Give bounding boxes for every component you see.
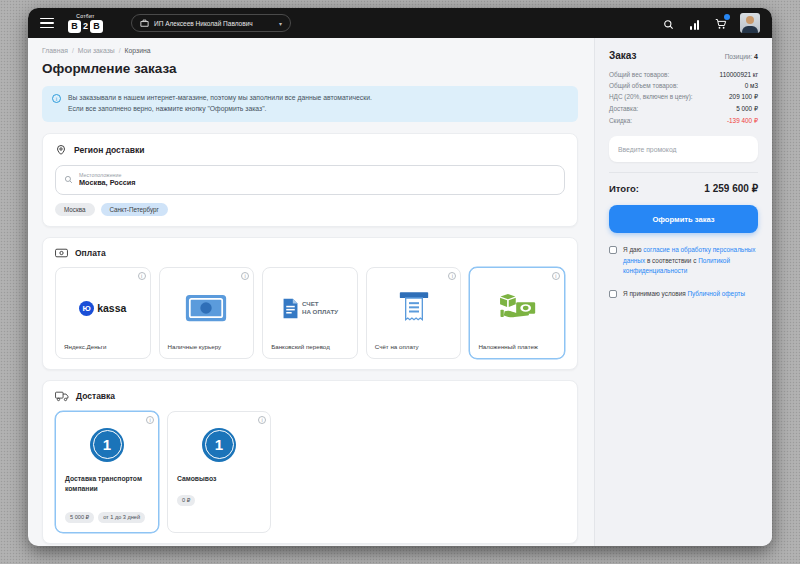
delivery-methods: i 1 Доставка транспортом компании 5 000 … [55,411,565,533]
region-title: Регион доставки [74,145,144,155]
order-summary-panel: Заказ Позиции: 4 Общий вес товаров: 1100… [594,38,772,546]
truck-icon [55,391,69,402]
receipt-icon [399,291,429,325]
payment-methods: i Ю kassa Яндекс.Деньги i [55,267,565,359]
header-actions [662,13,760,33]
info-icon[interactable]: i [258,416,266,424]
invoice-document-icon [282,298,299,319]
payment-card-yandex-money[interactable]: i Ю kassa Яндекс.Деньги [55,267,151,359]
info-icon[interactable]: i [146,416,154,424]
info-banner: i Вы заказывали в нашем интернет-магазин… [42,86,578,122]
info-banner-text: Вы заказывали в нашем интернет-магазине,… [68,93,372,115]
offer-text: Я принимаю условия Публичной оферты [623,289,745,300]
offer-checkbox[interactable] [609,290,617,298]
positions-count: Позиции: 4 [725,53,758,60]
banknote-icon [185,294,227,322]
info-icon[interactable]: i [241,272,249,280]
cart-badge [724,14,730,20]
consent-text: Я даю согласие на обработку персональных… [623,245,758,277]
location-input[interactable] [79,178,556,187]
location-pin-icon [55,144,67,156]
payment-card-cash-courier[interactable]: i Наличные курьеру [159,267,255,359]
region-section: Регион доставки Местоположение Москва Са… [42,133,578,227]
payment-label: Яндекс.Деньги [56,343,150,358]
submit-order-button[interactable]: Оформить заказ [609,205,758,233]
top-header: Сотбит B 2 B ИП Алексеев Николай Павлови… [28,8,772,38]
total-label: Итого: [609,183,639,194]
stats-icon[interactable] [688,17,701,30]
summary-row-delivery: Доставка: 5 000 ₽ [609,105,758,113]
menu-icon[interactable] [40,18,54,29]
payment-label: Наличные курьеру [160,343,254,358]
logo-brand-text: Сотбит [76,14,94,19]
delivery-card-pickup[interactable]: i 1 Самовывоз 0 ₽ [167,411,271,533]
payment-label: Банковский перевод [263,343,357,358]
chip-moscow[interactable]: Москва [55,203,95,216]
cash-on-delivery-icon [498,293,536,323]
payment-card-cash-on-delivery[interactable]: i [469,267,565,359]
summary-row-vat: НДС (20%, включен в цену): 209 100 ₽ [609,93,758,101]
invoice-icon-text: СЧЕТ НА ОПЛАТУ [302,300,338,317]
total-value: 1 259 600 ₽ [704,183,758,194]
payment-card-bank-transfer[interactable]: СЧЕТ НА ОПЛАТУ Банковский перевод [262,267,358,359]
order-summary-title: Заказ [609,50,637,61]
breadcrumb-home[interactable]: Главная [42,47,68,54]
delivery-price-chip: 0 ₽ [177,495,195,506]
payment-label: Счёт на оплату [367,343,461,358]
info-icon[interactable]: i [552,272,560,280]
offer-checkbox-row: Я принимаю условия Публичной оферты [609,289,758,300]
delivery-section: Доставка i 1 Доставка транспортом компан… [42,380,578,544]
public-offer-link[interactable]: Публичной оферты [687,290,745,297]
location-input-box[interactable]: Местоположение [55,165,565,195]
summary-row-weight: Общий вес товаров: 110000921 кг [609,71,758,78]
summary-row-volume: Общий объем товаров: 0 м3 [609,82,758,89]
consent-checkbox[interactable] [609,246,617,254]
page-title: Оформление заказа [42,61,578,76]
avatar[interactable] [740,13,760,33]
carrier-logo-icon: 1 [202,428,236,462]
logo-b2b: B 2 B [68,20,103,33]
payment-section: Оплата i Ю kassa Яндекс.Деньги i [42,237,578,370]
yookassa-logo-icon: Ю kassa [56,268,150,343]
info-icon[interactable]: i [138,272,146,280]
breadcrumb-my-orders[interactable]: Мои заказы [78,47,115,54]
delivery-label: Самовывоз [168,474,270,484]
money-icon [55,248,68,258]
app-window: Сотбит B 2 B ИП Алексеев Николай Павлови… [28,8,772,546]
delivery-title: Доставка [76,391,115,401]
payment-card-invoice[interactable]: i Счёт на оплату [366,267,462,359]
company-name: ИП Алексеев Николай Павлович [154,20,253,27]
total-row: Итого: 1 259 600 ₽ [609,172,758,194]
delivery-time-chip: от 1 до 3 дней [98,512,145,523]
carrier-logo-icon: 1 [90,428,124,462]
payment-title: Оплата [75,248,106,258]
search-icon[interactable] [662,17,675,30]
logo[interactable]: Сотбит B 2 B [68,14,103,33]
chevron-down-icon: ▾ [279,20,282,27]
main-column: Главная / Мои заказы / Корзина Оформлени… [28,38,594,546]
cart-icon[interactable] [714,17,727,30]
delivery-label: Доставка транспортом компании [56,474,158,494]
payment-label: Наложенный платеж [470,343,564,358]
region-chips: Москва Санкт-Петербург [55,203,565,216]
delivery-card-company-transport[interactable]: i 1 Доставка транспортом компании 5 000 … [55,411,159,533]
breadcrumb-separator: / [119,47,121,54]
search-icon [64,175,73,184]
promo-code-input[interactable] [609,136,758,162]
chip-saint-petersburg[interactable]: Санкт-Петербург [101,203,168,216]
breadcrumb: Главная / Мои заказы / Корзина [42,47,578,54]
company-selector[interactable]: ИП Алексеев Николай Павлович ▾ [131,14,291,32]
content-area: Главная / Мои заказы / Корзина Оформлени… [28,38,772,546]
breadcrumb-separator: / [72,47,74,54]
summary-row-discount: Скидка: -139 400 ₽ [609,117,758,125]
info-icon: i [52,94,61,103]
consent-checkbox-row: Я даю согласие на обработку персональных… [609,245,758,277]
briefcase-icon [140,19,149,27]
delivery-price-chip: 5 000 ₽ [65,512,94,523]
breadcrumb-cart: Корзина [125,47,151,54]
